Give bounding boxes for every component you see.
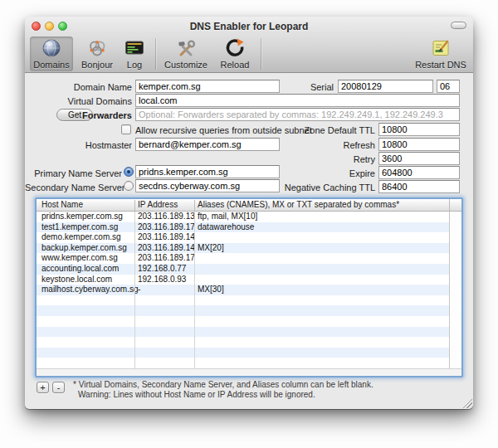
cell-host-name: demo.kemper.com.sg <box>42 232 121 243</box>
cell-host-name: test1.kemper.com.sg <box>42 222 118 233</box>
scrollbar-corner <box>449 199 461 212</box>
expire-input[interactable] <box>378 166 460 179</box>
resize-grip[interactable] <box>462 398 472 408</box>
note-icon <box>430 37 452 59</box>
reload-icon <box>224 37 246 59</box>
serial-revision-input[interactable] <box>437 80 460 93</box>
column-divider[interactable] <box>194 200 195 211</box>
refresh-input[interactable] <box>378 138 460 151</box>
cell-ip-address: 203.116.189.17 <box>138 253 195 264</box>
cell-ip-address: 203.116.189.13 <box>138 212 195 222</box>
toolbar-item-domains[interactable]: Domains <box>30 37 73 71</box>
secondary-ns-label: Secondary Name Server <box>25 183 122 192</box>
toolbar-item-label: Restart DNS <box>415 60 466 70</box>
negative-caching-ttl-input[interactable] <box>378 180 460 193</box>
cell-host-name: mailhost.cyberway.com.sg <box>42 285 139 295</box>
secondary-ns-input[interactable] <box>135 179 280 192</box>
toolbar-item-label: Reload <box>221 60 250 70</box>
toolbar-toggle-button[interactable] <box>451 22 466 29</box>
table-row[interactable]: accounting.local.com 192.168.0.77 <box>37 264 461 275</box>
table-body: pridns.kemper.com.sg 203.116.189.13 ftp,… <box>37 212 461 368</box>
forwarders-label: Forwarders <box>25 110 132 120</box>
table-row[interactable]: www.kemper.com.sg 203.116.189.17 <box>37 253 461 264</box>
serial-label: Serial <box>274 82 334 92</box>
recursive-queries-checkbox[interactable] <box>121 124 131 134</box>
domain-name-input[interactable] <box>135 80 280 93</box>
hostmaster-input[interactable] <box>135 138 280 151</box>
expire-label: Expire <box>274 168 375 178</box>
column-divider <box>194 212 195 368</box>
toolbar-item-label: Domains <box>33 60 69 70</box>
toolbar: Domains Bonjour <box>25 35 473 73</box>
negative-caching-ttl-label: Negative Caching TTL <box>274 183 375 192</box>
table-row-empty[interactable] <box>37 358 461 368</box>
secondary-ns-radio[interactable] <box>124 181 134 191</box>
table-row[interactable]: backup.kemper.com.sg 203.116.189.14 MX[2… <box>37 243 461 254</box>
toolbar-item-label: Log <box>127 60 142 70</box>
table-row[interactable]: mailhost.cyberway.com.sg - MX[30] <box>37 285 461 295</box>
table-row-empty[interactable] <box>37 327 461 338</box>
toolbar-item-restart-dns[interactable]: Restart DNS <box>413 37 468 71</box>
cell-host-name: accounting.local.com <box>42 264 119 275</box>
toolbar-item-reload[interactable]: Reload <box>215 37 255 71</box>
cell-host-name: www.kemper.com.sg <box>42 253 118 264</box>
table-row-empty[interactable] <box>37 348 461 358</box>
table-row[interactable]: pridns.kemper.com.sg 203.116.189.13 ftp,… <box>37 212 461 222</box>
toolbar-item-bonjour[interactable]: Bonjour <box>76 37 118 71</box>
zone-default-ttl-input[interactable] <box>378 123 460 136</box>
window-title: DNS Enabler for Leopard <box>25 21 473 32</box>
table-row[interactable]: test1.kemper.com.sg 203.116.189.17 dataw… <box>37 222 461 233</box>
table-row-empty[interactable] <box>37 316 461 327</box>
cell-aliases: MX[20] <box>198 243 224 254</box>
table-row[interactable]: demo.kemper.com.sg 203.116.189.14 <box>37 232 461 243</box>
horizontal-scrollbar[interactable] <box>37 368 461 376</box>
virtual-domains-label: Virtual Domains <box>25 96 132 106</box>
retry-input[interactable] <box>378 152 460 165</box>
primary-ns-input[interactable] <box>135 165 280 178</box>
refresh-label: Refresh <box>274 140 375 150</box>
forwarders-input[interactable] <box>135 108 460 121</box>
table-row[interactable]: keystone.local.com 192.168.0.93 <box>37 275 461 285</box>
hostmaster-label: Hostmaster <box>25 140 132 150</box>
hosts-table[interactable]: Host Name IP Address Aliases (CNAMES), M… <box>35 197 463 377</box>
column-header-host-name[interactable]: Host Name <box>42 199 83 211</box>
toolbar-item-label: Bonjour <box>81 60 113 70</box>
toolbar-separator <box>155 38 156 70</box>
cell-aliases: MX[30] <box>198 285 224 295</box>
primary-ns-radio[interactable] <box>124 167 134 177</box>
app-window: DNS Enabler for Leopard <box>25 17 473 409</box>
column-header-aliases[interactable]: Aliases (CNAMES), MX or TXT separated by… <box>198 199 399 211</box>
toolbar-separator <box>261 38 261 70</box>
cell-host-name: pridns.kemper.com.sg <box>42 212 123 222</box>
footnote-line2: Warning: Lines without Host Name or IP A… <box>78 390 315 400</box>
tools-icon <box>175 37 197 59</box>
add-row-button[interactable]: + <box>37 382 49 393</box>
virtual-domains-input[interactable] <box>135 94 460 107</box>
zone-default-ttl-label: Zone Default TTL <box>274 125 375 135</box>
column-divider[interactable] <box>134 200 135 211</box>
cell-aliases: datawarehouse <box>198 222 254 233</box>
table-row-empty[interactable] <box>37 305 461 316</box>
serial-input[interactable] <box>338 80 433 93</box>
primary-ns-label: Primary Name Server <box>25 168 122 178</box>
table-row-empty[interactable] <box>37 295 461 306</box>
cell-ip-address: 192.168.0.93 <box>138 275 186 285</box>
cell-ip-address: 203.116.189.14 <box>138 243 195 254</box>
cell-ip-address: 203.116.189.14 <box>138 232 195 243</box>
cell-ip-address: 192.168.0.77 <box>138 264 186 275</box>
table-row-empty[interactable] <box>37 337 461 348</box>
column-divider <box>134 212 135 368</box>
table-header[interactable]: Host Name IP Address Aliases (CNAMES), M… <box>37 199 461 212</box>
bonjour-icon <box>86 37 108 59</box>
toolbar-item-customize[interactable]: Customize <box>160 37 212 71</box>
cell-ip-address: 203.116.189.17 <box>138 222 195 233</box>
cell-aliases: ftp, mail, MX[10] <box>198 212 257 222</box>
toolbar-item-log[interactable]: Log <box>120 37 149 71</box>
titlebar[interactable]: DNS Enabler for Leopard <box>25 17 473 35</box>
remove-row-button[interactable]: - <box>52 382 65 393</box>
domain-name-label: Domain Name <box>25 82 132 92</box>
footnote-line1: * Virtual Domains, Secondary Name Server… <box>73 380 374 390</box>
vertical-scrollbar[interactable] <box>449 212 461 368</box>
column-header-ip-address[interactable]: IP Address <box>138 199 178 211</box>
cell-host-name: backup.kemper.com.sg <box>42 243 127 254</box>
